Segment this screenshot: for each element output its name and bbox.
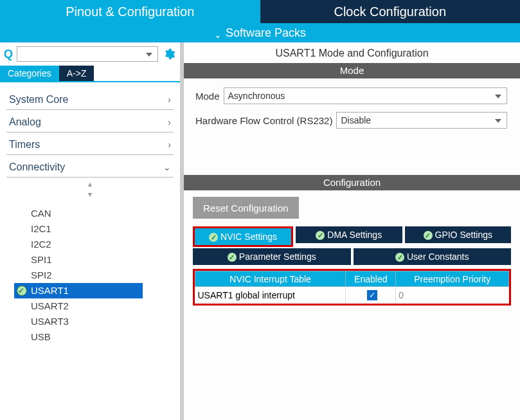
left-panel: Q Categories A->Z System Core › Analog ›… bbox=[0, 42, 184, 420]
col-header-enabled[interactable]: Enabled bbox=[346, 271, 396, 287]
software-packs-bar[interactable]: ⌄Software Packs bbox=[0, 23, 520, 42]
tree-item-spi1[interactable]: SPI1 bbox=[28, 252, 174, 268]
check-icon: ✓ bbox=[395, 253, 404, 262]
tree-group-analog[interactable]: Analog › bbox=[6, 110, 174, 132]
tree-item-usart1[interactable]: USART1 bbox=[14, 283, 143, 298]
hwfc-label: Hardware Flow Control (RS232) bbox=[195, 115, 332, 126]
tree-item-i2c2[interactable]: I2C2 bbox=[28, 237, 174, 252]
configuration-section-header: Configuration bbox=[184, 175, 520, 190]
check-icon: ✓ bbox=[424, 231, 433, 240]
tree-item-usart3[interactable]: USART3 bbox=[28, 314, 174, 329]
software-packs-label: Software Packs bbox=[226, 26, 306, 39]
col-header-priority[interactable]: Preemption Priority bbox=[396, 271, 509, 287]
tree-item-spi2[interactable]: SPI2 bbox=[28, 268, 174, 283]
chevron-right-icon: › bbox=[168, 95, 171, 105]
search-select[interactable] bbox=[17, 46, 158, 62]
config-tab-nvic[interactable]: ✓NVIC Settings bbox=[195, 228, 291, 245]
config-tab-label: NVIC Settings bbox=[220, 232, 277, 242]
config-tab-label: Parameter Settings bbox=[239, 251, 316, 262]
reset-configuration-button[interactable]: Reset Configuration bbox=[193, 197, 299, 219]
interrupt-enabled-cell[interactable]: ✓ bbox=[346, 287, 396, 304]
tree-group-label: Timers bbox=[9, 139, 40, 151]
mode-select[interactable]: Asynchronous bbox=[224, 87, 507, 104]
col-header-interrupt[interactable]: NVIC Interrupt Table bbox=[195, 271, 346, 287]
mode-section-header: Mode bbox=[184, 63, 520, 78]
highlight-box: ✓NVIC Settings bbox=[193, 226, 293, 247]
gear-icon[interactable] bbox=[162, 47, 176, 61]
interrupt-priority-cell[interactable]: 0 bbox=[396, 287, 509, 304]
config-tab-gpio[interactable]: ✓GPIO Settings bbox=[405, 226, 512, 243]
check-icon: ✓ bbox=[316, 231, 325, 240]
chevron-right-icon: › bbox=[168, 140, 171, 150]
sort-tab-az[interactable]: A->Z bbox=[59, 66, 94, 81]
tree-group-timers[interactable]: Timers › bbox=[6, 132, 174, 155]
tree-group-label: Analog bbox=[9, 116, 41, 128]
chevron-right-icon: › bbox=[168, 117, 171, 127]
tree-group-system-core[interactable]: System Core › bbox=[6, 87, 174, 110]
sort-tab-categories[interactable]: Categories bbox=[0, 66, 59, 81]
tree-group-label: System Core bbox=[9, 94, 68, 105]
tree-item-usart2[interactable]: USART2 bbox=[28, 298, 174, 314]
config-tab-user-constants[interactable]: ✓User Constants bbox=[354, 248, 512, 265]
search-icon[interactable]: Q bbox=[4, 48, 13, 61]
check-icon: ✓ bbox=[228, 253, 237, 262]
mode-label: Mode bbox=[195, 91, 220, 102]
config-tab-label: GPIO Settings bbox=[435, 230, 492, 240]
tree-item-can[interactable]: CAN bbox=[28, 206, 174, 221]
config-tab-label: DMA Settings bbox=[327, 230, 382, 240]
right-panel: USART1 Mode and Configuration Mode Mode … bbox=[184, 42, 520, 420]
tree-item-usb[interactable]: USB bbox=[28, 329, 174, 345]
hwfc-select[interactable]: Disable bbox=[336, 112, 507, 129]
interrupt-name-cell: USART1 global interrupt bbox=[195, 287, 346, 304]
chevron-down-icon: ⌄ bbox=[163, 162, 171, 172]
nvic-interrupt-table: NVIC Interrupt Table Enabled Preemption … bbox=[195, 271, 509, 304]
highlight-box: NVIC Interrupt Table Enabled Preemption … bbox=[193, 269, 511, 306]
tab-pinout-configuration[interactable]: Pinout & Configuration bbox=[0, 0, 260, 23]
config-tab-parameter[interactable]: ✓Parameter Settings bbox=[193, 248, 351, 265]
checkbox-checked-icon[interactable]: ✓ bbox=[367, 290, 377, 300]
config-tab-label: User Constants bbox=[407, 251, 469, 262]
table-row[interactable]: USART1 global interrupt ✓ 0 bbox=[195, 287, 509, 304]
config-tab-dma[interactable]: ✓DMA Settings bbox=[296, 226, 402, 243]
tree-group-connectivity[interactable]: Connectivity ⌄ bbox=[6, 155, 174, 178]
tab-clock-configuration[interactable]: Clock Configuration bbox=[260, 0, 521, 23]
tree-item-i2c1[interactable]: I2C1 bbox=[28, 221, 174, 237]
chevron-down-icon: ⌄ bbox=[214, 25, 222, 44]
check-icon: ✓ bbox=[209, 233, 218, 242]
peripheral-title: USART1 Mode and Configuration bbox=[184, 42, 520, 63]
tree-group-label: Connectivity bbox=[9, 161, 65, 173]
sort-hint-icon[interactable]: ▴▾ bbox=[6, 178, 174, 199]
